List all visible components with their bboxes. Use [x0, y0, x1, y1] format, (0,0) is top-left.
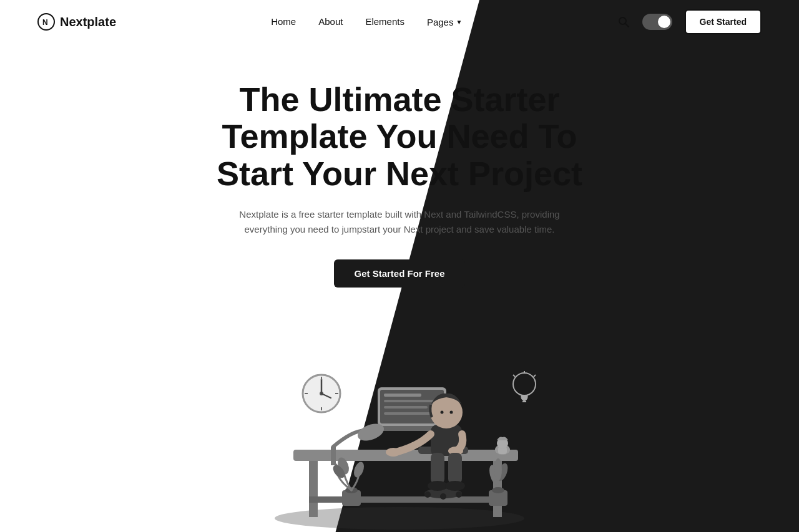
svg-point-31 — [428, 481, 448, 491]
search-button[interactable] — [617, 16, 630, 28]
logo-text: Nextplate — [60, 15, 116, 29]
svg-point-32 — [445, 481, 465, 491]
svg-point-25 — [441, 411, 444, 414]
svg-point-43 — [513, 373, 536, 395]
svg-point-21 — [456, 491, 462, 498]
chevron-down-icon: ▼ — [456, 19, 462, 26]
svg-line-47 — [534, 375, 536, 377]
svg-line-3 — [625, 24, 629, 27]
svg-rect-8 — [309, 496, 502, 503]
svg-point-54 — [492, 487, 504, 493]
nav-link-about[interactable]: About — [318, 16, 343, 27]
svg-point-22 — [440, 493, 446, 500]
hero-cta-button[interactable]: Get Started For Free — [334, 259, 464, 288]
svg-rect-6 — [309, 461, 318, 517]
nav-item-pages[interactable]: Pages ▼ — [427, 17, 462, 27]
nav-item-about[interactable]: About — [318, 16, 343, 27]
desk-illustration — [206, 312, 593, 532]
navbar: N Nextplate Home About Elements Pages ▼ — [0, 0, 799, 44]
get-started-nav-button[interactable]: Get Started — [685, 9, 762, 34]
nav-item-elements[interactable]: Elements — [365, 16, 404, 27]
nav-links: Home About Elements Pages ▼ — [271, 16, 462, 27]
svg-line-46 — [513, 375, 515, 377]
nav-right: Get Started — [617, 9, 762, 34]
nav-item-home[interactable]: Home — [271, 16, 296, 27]
svg-rect-12 — [384, 394, 421, 397]
svg-text:N: N — [42, 18, 48, 27]
svg-rect-14 — [384, 406, 428, 409]
logo[interactable]: N Nextplate — [37, 13, 116, 31]
svg-rect-30 — [448, 453, 462, 484]
nav-link-home[interactable]: Home — [271, 16, 296, 27]
svg-rect-29 — [431, 453, 444, 484]
svg-point-20 — [424, 491, 431, 498]
nav-link-elements[interactable]: Elements — [365, 16, 404, 27]
theme-toggle-button[interactable] — [642, 14, 672, 30]
svg-point-26 — [450, 411, 453, 414]
svg-rect-15 — [384, 412, 434, 415]
search-icon — [617, 16, 630, 28]
hero-subtitle: Nextplate is a free starter template bui… — [237, 207, 562, 237]
logo-icon: N — [37, 13, 55, 31]
illustration-container — [0, 312, 799, 532]
hero-section: The Ultimate Starter Template You Need T… — [0, 44, 799, 288]
svg-rect-13 — [384, 400, 440, 402]
hero-title: The Ultimate Starter Template You Need T… — [206, 81, 593, 192]
nav-link-pages[interactable]: Pages ▼ — [427, 17, 462, 27]
svg-point-57 — [494, 458, 502, 481]
svg-point-27 — [386, 448, 401, 457]
svg-point-52 — [352, 461, 366, 479]
